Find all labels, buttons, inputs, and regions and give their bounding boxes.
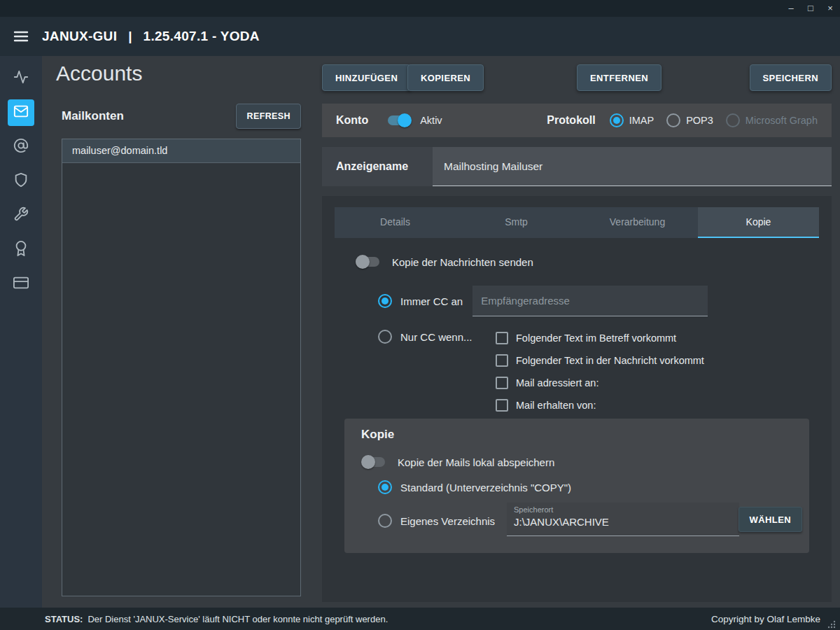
always-cc-label: Immer CC an (400, 295, 463, 307)
tab-strip: Details Smtp Verarbeitung Kopie (335, 207, 819, 238)
protocol-option-msgraph: Microsoft Graph (726, 113, 818, 127)
send-copy-toggle[interactable] (356, 255, 381, 269)
received-from-checkbox[interactable] (496, 399, 508, 412)
window-controls: – □ × (781, 0, 840, 17)
addressed-to-checkbox[interactable] (496, 377, 508, 389)
tab-details[interactable]: Details (335, 207, 456, 238)
protocol-option-pop3[interactable]: POP3 (666, 113, 713, 127)
pop3-label: POP3 (686, 115, 713, 126)
remove-button[interactable]: ENTFERNEN (577, 64, 662, 91)
mail-accounts-panel: Mailkonten REFRESH mailuser@domain.tld (62, 99, 301, 596)
kopie-group-title: Kopie (361, 428, 394, 442)
refresh-button[interactable]: REFRESH (236, 104, 301, 129)
sidebar-nav (0, 56, 42, 608)
mail-list-title: Mailkonten (62, 109, 124, 123)
activity-icon (13, 69, 29, 88)
close-button[interactable]: × (820, 0, 840, 17)
cc-recipient-input[interactable] (472, 286, 708, 316)
sidebar-item-activity[interactable] (8, 65, 34, 92)
add-button[interactable]: HINZUFÜGEN (322, 64, 411, 91)
page-title: Accounts (56, 62, 142, 85)
status-bar: STATUS: Der Dienst 'JANUX-Service' läuft… (0, 608, 840, 630)
pop3-radio[interactable] (666, 113, 680, 127)
display-name-row: Anzeigename (322, 147, 832, 186)
window-titlebar: – □ × (0, 0, 840, 17)
app-version: 1.25.407.1 - YODA (144, 29, 260, 44)
minimize-button[interactable]: – (781, 0, 801, 17)
konto-label: Konto (336, 114, 368, 127)
tab-verarbeitung[interactable]: Verarbeitung (577, 207, 698, 238)
sidebar-item-tools[interactable] (8, 202, 34, 229)
account-toolbar: HINZUFÜGEN KOPIEREN ENTFERNEN SPEICHERN (322, 64, 832, 92)
copy-button[interactable]: KOPIEREN (407, 64, 484, 91)
aktiv-label: Aktiv (420, 115, 442, 126)
condition-body[interactable]: Folgender Text in der Nachricht vorkommt (496, 349, 704, 372)
custom-dir-label: Eigenes Verzeichnis (400, 515, 495, 527)
condition-subject[interactable]: Folgender Text im Betreff vorkommt (496, 327, 704, 349)
shield-icon (13, 172, 29, 190)
maximize-button[interactable]: □ (801, 0, 820, 17)
display-name-input[interactable] (433, 160, 832, 173)
copyright-text: Copyright by Olaf Lembke (711, 614, 820, 624)
protocol-radio-group: IMAP POP3 Microsoft Graph (610, 113, 818, 127)
protocol-option-imap[interactable]: IMAP (610, 113, 654, 127)
account-tab-card: Details Smtp Verarbeitung Kopie Kopie de… (322, 196, 832, 602)
storage-path-field: Speicherort (507, 503, 739, 536)
standard-dir-option[interactable]: Standard (Unterverzeichnis "COPY") (378, 480, 571, 494)
kopie-group-box: Kopie Kopie der Mails lokal abspeichern … (344, 419, 809, 553)
sidebar-item-license[interactable] (8, 237, 34, 263)
storage-path-input[interactable] (514, 514, 732, 528)
only-cc-row: Nur CC wenn... (378, 330, 472, 344)
always-cc-radio[interactable] (378, 294, 392, 308)
konto-row: Konto Aktiv Protokoll IMAP POP3 Microsof… (322, 104, 832, 137)
app-title: JANUX-GUI (42, 29, 117, 44)
imap-radio[interactable] (610, 113, 624, 127)
imap-label: IMAP (629, 115, 654, 126)
app-header: JANUX-GUI | 1.25.407.1 - YODA (0, 17, 840, 56)
sidebar-item-storage[interactable] (8, 271, 34, 298)
custom-dir-option[interactable]: Eigenes Verzeichnis (378, 514, 495, 528)
sidebar-item-at[interactable] (8, 134, 34, 160)
resize-grip[interactable] (826, 619, 836, 629)
only-cc-label: Nur CC wenn... (400, 331, 472, 343)
protokoll-label: Protokoll (547, 114, 595, 127)
condition-received-from[interactable]: Mail erhalten von: (496, 394, 704, 416)
tab-smtp[interactable]: Smtp (456, 207, 577, 238)
sidebar-item-mail[interactable] (8, 99, 34, 126)
title-separator: | (128, 29, 132, 44)
aktiv-toggle[interactable] (386, 113, 412, 127)
msgraph-label: Microsoft Graph (746, 115, 818, 126)
subject-checkbox[interactable] (496, 332, 508, 344)
sidebar-item-security[interactable] (8, 168, 34, 195)
account-editor: HINZUFÜGEN KOPIEREN ENTFERNEN SPEICHERN … (322, 64, 832, 602)
send-copy-label: Kopie der Nachrichten senden (392, 256, 533, 268)
custom-dir-radio[interactable] (378, 514, 392, 528)
local-copy-toggle[interactable] (361, 455, 386, 469)
standard-dir-label: Standard (Unterverzeichnis "COPY") (400, 482, 571, 493)
msgraph-radio (726, 113, 740, 127)
list-item[interactable]: mailuser@domain.tld (62, 139, 300, 163)
condition-addressed-to-label: Mail adressiert an: (516, 377, 598, 388)
status-prefix: STATUS: (45, 614, 83, 624)
display-name-label: Anzeigename (322, 147, 433, 186)
condition-body-label: Folgender Text in der Nachricht vorkommt (516, 355, 704, 366)
hamburger-menu-icon[interactable] (0, 28, 42, 45)
mail-icon (13, 104, 29, 122)
card-icon (13, 275, 29, 293)
choose-dir-button[interactable]: WÄHLEN (738, 507, 802, 532)
standard-dir-radio[interactable] (378, 480, 392, 494)
send-copy-row: Kopie der Nachrichten senden (356, 255, 533, 269)
status-text: Der Dienst 'JANUX-Service' läuft NICHT o… (88, 614, 388, 624)
wrench-icon (13, 206, 29, 225)
tab-kopie[interactable]: Kopie (698, 207, 819, 238)
condition-subject-label: Folgender Text im Betreff vorkommt (516, 332, 676, 344)
award-icon (13, 241, 29, 259)
main-content: Accounts Mailkonten REFRESH mailuser@dom… (42, 56, 840, 608)
save-button[interactable]: SPEICHERN (750, 64, 832, 91)
condition-addressed-to[interactable]: Mail adressiert an: (496, 372, 704, 394)
body-checkbox[interactable] (496, 354, 508, 367)
only-cc-radio[interactable] (378, 330, 392, 344)
cc-conditions: Folgender Text im Betreff vorkommt Folge… (496, 327, 704, 416)
at-sign-icon (13, 138, 29, 156)
local-copy-label: Kopie der Mails lokal abspeichern (398, 456, 554, 468)
